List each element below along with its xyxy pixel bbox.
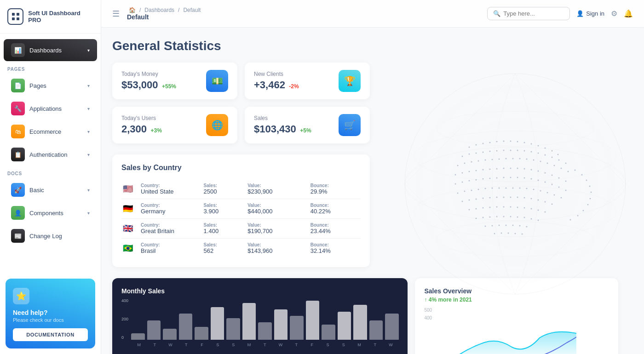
sidebar-label-basic: Basic	[29, 187, 87, 194]
logo-text: Soft UI Dashboard PRO	[28, 10, 93, 23]
svg-point-116	[510, 197, 512, 198]
svg-point-24	[552, 150, 553, 152]
svg-point-158	[581, 174, 583, 176]
svg-point-28	[476, 153, 477, 154]
breadcrumb-current: Default	[183, 7, 201, 13]
bar-5	[211, 307, 224, 340]
svg-point-120	[538, 200, 539, 201]
svg-point-141	[517, 217, 518, 218]
docs-section-label: DOCS	[0, 166, 101, 178]
page-title: General Statistics	[112, 39, 633, 53]
sidebar-item-dashboards[interactable]: 📊 Dashboards ▾	[4, 39, 97, 61]
sign-in-button[interactable]: 👤 Sign in	[576, 10, 604, 17]
svg-point-117	[517, 197, 518, 198]
svg-rect-1	[17, 13, 19, 16]
svg-point-147	[499, 225, 500, 226]
stat-value-text-1: +3,462	[254, 79, 285, 91]
svg-point-95	[471, 190, 472, 191]
svg-point-123	[469, 209, 470, 211]
bar-x-label-4: F	[194, 343, 210, 347]
sidebar-item-components[interactable]: 👤 Components ▾	[4, 202, 97, 224]
breadcrumb-dashboards[interactable]: Dashboards	[144, 7, 174, 13]
stat-info-1: New Clients +3,462 -2%	[254, 71, 299, 91]
sales-country-title: Sales by Country	[121, 164, 361, 172]
svg-point-80	[483, 178, 484, 180]
country-sales-col-0: Sales: 2500	[204, 183, 248, 195]
dashboards-icon: 📊	[11, 43, 25, 57]
country-bounce-1: 40.22%	[310, 208, 361, 215]
sidebar-item-ecommerce[interactable]: 🛍 Ecommerce ▾	[4, 120, 97, 143]
sidebar-item-authentication[interactable]: 📋 Authentication ▾	[4, 143, 97, 166]
bottom-row: Monthly Sales 4002000 MTWTFSSMTWTFSSMTW …	[112, 278, 618, 354]
svg-point-166	[570, 219, 571, 221]
svg-point-79	[476, 179, 477, 181]
svg-point-69	[524, 168, 525, 170]
components-icon: 👤	[11, 206, 25, 220]
svg-point-115	[503, 197, 505, 198]
svg-point-62	[476, 170, 477, 171]
bell-icon[interactable]: 🔔	[624, 9, 633, 18]
bar-x-label-13: S	[336, 343, 351, 347]
svg-point-164	[583, 210, 584, 211]
changelog-icon: 📰	[11, 229, 25, 243]
svg-point-64	[489, 169, 491, 170]
svg-point-60	[462, 172, 463, 174]
star-icon: ⭐	[13, 288, 29, 304]
logo-container: Soft UI Dashboard PRO	[0, 0, 101, 34]
search-input[interactable]	[503, 10, 568, 17]
svg-point-12	[469, 147, 470, 148]
help-title: Need help?	[13, 309, 88, 316]
stat-value-text-0: $53,000	[121, 79, 158, 91]
stat-value-0: $53,000 +55%	[121, 79, 176, 91]
settings-icon[interactable]: ⚙	[611, 9, 617, 18]
svg-point-4	[405, 74, 626, 294]
country-sales-0: 2500	[204, 188, 248, 195]
bar-1	[147, 320, 161, 340]
svg-point-157	[575, 170, 576, 171]
search-box[interactable]: 🔍	[487, 7, 570, 20]
svg-point-112	[483, 198, 484, 199]
svg-point-52	[526, 159, 528, 160]
sidebar-item-changelog[interactable]: 📰 Change Log	[4, 225, 97, 247]
sidebar-item-applications[interactable]: 🔧 Applications ▾	[4, 97, 97, 120]
chevron-down-icon: ▾	[87, 152, 90, 157]
logo-icon	[7, 8, 23, 25]
svg-point-87	[531, 178, 532, 180]
sidebar-item-pages[interactable]: 📄 Pages ▾	[4, 74, 97, 97]
sales-y-labels: 500400	[424, 308, 609, 320]
country-bounce-col-2: Bounce: 23.44%	[310, 223, 361, 234]
stat-card-0: Today's Money $53,000 +55% 💵	[112, 63, 237, 99]
svg-point-155	[515, 233, 516, 234]
home-icon: 🏠	[129, 7, 136, 13]
bar-13	[338, 312, 351, 340]
svg-point-107	[554, 194, 555, 196]
basic-icon: 🚀	[11, 183, 25, 197]
applications-icon: 🔧	[11, 102, 25, 115]
hamburger-icon[interactable]: ☰	[112, 9, 120, 19]
svg-point-25	[558, 154, 559, 155]
svg-point-35	[524, 150, 525, 152]
svg-point-84	[510, 177, 512, 178]
stat-label-3: Sales	[254, 115, 311, 121]
pages-section-label: PAGES	[0, 62, 101, 74]
sidebar-label-ecommerce: Ecommerce	[29, 128, 87, 135]
sales-overview-card: Sales Overview ↑ 4% more in 2021 500400	[415, 278, 618, 354]
svg-point-10	[437, 222, 593, 257]
sidebar-item-basic[interactable]: 🚀 Basic ▾	[4, 179, 97, 201]
svg-point-39	[552, 157, 553, 158]
svg-point-154	[508, 233, 509, 234]
sign-in-label: Sign in	[586, 10, 604, 17]
svg-point-125	[483, 207, 484, 209]
stat-value-1: +3,462 -2%	[254, 79, 299, 91]
country-value-2: $190,700	[247, 228, 310, 234]
svg-point-11	[406, 74, 625, 293]
svg-point-134	[545, 211, 546, 213]
ecommerce-icon: 🛍	[11, 125, 25, 138]
svg-point-58	[568, 171, 569, 172]
topbar-right: 🔍 👤 Sign in ⚙ 🔔	[487, 7, 633, 20]
country-value-col-0: Value: $230,900	[247, 183, 310, 195]
documentation-button[interactable]: DOCUMENTATION	[13, 328, 88, 341]
svg-point-77	[462, 182, 463, 183]
help-subtitle: Please check our docs	[13, 317, 88, 323]
bar-y-label-1: 200	[121, 317, 128, 321]
